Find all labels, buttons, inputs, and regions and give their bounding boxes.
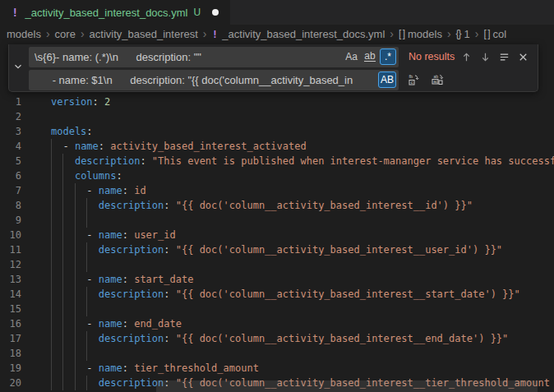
indent-guide — [86, 257, 87, 272]
code-line: 4 - name: activity_based_interest_activa… — [0, 139, 554, 154]
symbol-object-icon: {} — [456, 28, 461, 39]
horizontal-scrollbar[interactable] — [156, 380, 538, 392]
preserve-case-button[interactable]: AB — [378, 71, 396, 88]
code-line: 16 - name: end_date — [0, 316, 554, 331]
code-line: 12 — [0, 257, 554, 272]
yaml-file-icon: ! — [211, 28, 218, 40]
line-number: 3 — [0, 124, 21, 139]
breadcrumb-item[interactable]: [ ]models — [399, 28, 442, 40]
breadcrumb-item[interactable]: {}1 — [456, 28, 470, 40]
code-line: 14 description: "{{ doc('column__activit… — [0, 287, 554, 302]
chevron-right-icon: › — [390, 27, 394, 40]
tab-active[interactable]: ! _activity_based_interest_docs.yml U — [0, 0, 230, 25]
line-number: 5 — [0, 154, 21, 168]
indent-guide — [75, 346, 76, 361]
line-number: 6 — [0, 168, 21, 183]
close-find-button[interactable] — [514, 48, 533, 67]
chevron-right-icon: › — [81, 27, 85, 40]
indent-guide — [75, 302, 76, 316]
breadcrumb-item[interactable]: core — [55, 28, 76, 40]
code-line: 10 - name: user_id — [0, 228, 554, 242]
code-line: 19 - name: tier_threshold_amount — [0, 361, 554, 376]
chevron-right-icon: › — [475, 27, 479, 40]
find-next-button[interactable] — [476, 48, 495, 67]
replace-input-value: - name: $1\n description: "{{ doc('colum… — [35, 74, 376, 86]
line-number: 14 — [0, 287, 21, 302]
code-line: 3models: — [0, 124, 554, 139]
line-number: 16 — [0, 316, 21, 331]
indent-guide — [86, 213, 87, 228]
breadcrumb-item[interactable]: [ ]col — [484, 28, 507, 40]
indent-guide — [51, 302, 52, 316]
find-input[interactable]: \s{6}- name: (.*)\n description: "" Aa a… — [29, 47, 399, 67]
line-number: 1 — [0, 95, 21, 109]
code-line: 9 — [0, 213, 554, 228]
indent-guide — [51, 346, 52, 361]
breadcrumb: models›core›activity_based_interest›!_ac… — [0, 25, 554, 43]
regex-button[interactable]: .* — [380, 48, 396, 65]
line-number: 19 — [0, 361, 21, 376]
replace-all-button[interactable]: ab ac — [427, 71, 446, 90]
code-area: 1version: 223models:4 - name: activity_b… — [0, 95, 554, 390]
replace-button[interactable]: fb c — [404, 71, 422, 90]
modified-dot-icon[interactable] — [212, 9, 219, 16]
symbol-array-icon: [ ] — [399, 28, 404, 39]
indent-guide — [51, 257, 52, 272]
code-line: 5 description: "This event is published … — [0, 154, 554, 168]
svg-text:ac: ac — [433, 79, 438, 84]
line-number: 7 — [0, 183, 21, 198]
indent-guide — [86, 346, 87, 361]
indent-guide — [75, 257, 76, 272]
breadcrumb-item[interactable]: activity_based_interest — [90, 28, 198, 40]
yaml-file-icon: ! — [12, 6, 18, 19]
code-line: 13 - name: start_date — [0, 272, 554, 287]
git-status-badge: U — [193, 7, 201, 18]
line-number: 12 — [0, 257, 21, 272]
breadcrumb-item[interactable]: !_activity_based_interest_docs.yml — [211, 28, 385, 40]
symbol-array-icon: [ ] — [484, 28, 490, 39]
line-number: 2 — [0, 109, 21, 124]
close-icon — [517, 51, 529, 63]
find-replace-widget: \s{6}- name: (.*)\n description: "" Aa a… — [8, 44, 538, 92]
find-results-status: No results — [409, 51, 455, 62]
line-number: 8 — [0, 198, 21, 213]
arrow-down-icon — [479, 51, 492, 63]
find-previous-button[interactable] — [457, 48, 476, 67]
whole-word-button[interactable]: ab — [362, 48, 378, 65]
svg-text:fb: fb — [409, 74, 413, 79]
line-number: 18 — [0, 346, 21, 361]
code-line: 2 — [0, 109, 554, 124]
toggle-replace-button[interactable] — [9, 44, 27, 91]
code-line: 8 description: "{{ doc('column__activity… — [0, 198, 554, 213]
replace-input[interactable]: - name: $1\n description: "{{ doc('colum… — [29, 70, 399, 90]
tab-bar: ! _activity_based_interest_docs.yml U — [0, 0, 554, 25]
tab-label: _activity_based_interest_docs.yml — [25, 7, 187, 19]
indent-guide — [62, 213, 63, 228]
line-number: 13 — [0, 272, 21, 287]
code-line: 7 - name: id — [0, 183, 554, 198]
indent-guide — [51, 213, 52, 228]
line-number: 10 — [0, 228, 21, 242]
selection-lines-icon — [498, 51, 510, 63]
svg-text:c: c — [410, 80, 413, 85]
match-case-button[interactable]: Aa — [343, 48, 360, 65]
indent-guide — [62, 346, 63, 361]
line-number: 9 — [0, 213, 21, 228]
chevron-right-icon: › — [447, 27, 451, 40]
breadcrumb-item[interactable]: models — [7, 28, 41, 40]
code-line: 18 — [0, 346, 554, 361]
arrow-up-icon — [460, 51, 473, 63]
replace-icon: fb c — [407, 73, 420, 86]
line-number: 17 — [0, 331, 21, 346]
code-line: 11 description: "{{ doc('column__activit… — [0, 242, 554, 257]
indent-guide — [62, 257, 63, 272]
code-line: 15 — [0, 302, 554, 316]
code-line: 1version: 2 — [0, 95, 554, 109]
line-number: 15 — [0, 302, 21, 316]
line-number: 20 — [0, 376, 21, 390]
indent-guide — [86, 302, 87, 316]
editor-pane[interactable]: 1version: 223models:4 - name: activity_b… — [0, 43, 554, 392]
find-in-selection-button[interactable] — [495, 48, 514, 67]
code-line: 6 columns: — [0, 168, 554, 183]
chevron-down-icon — [12, 61, 24, 76]
